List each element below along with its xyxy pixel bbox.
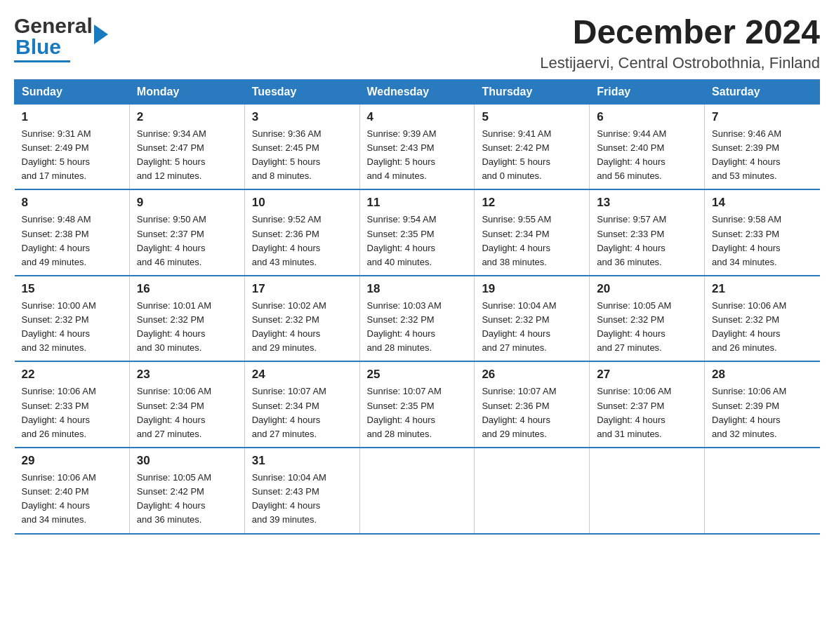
calendar-cell: 6Sunrise: 9:44 AMSunset: 2:40 PMDaylight… [590,104,705,189]
calendar-week-3: 15Sunrise: 10:00 AMSunset: 2:32 PMDaylig… [15,276,820,362]
calendar-cell: 16Sunrise: 10:01 AMSunset: 2:32 PMDaylig… [129,276,244,362]
calendar-cell [475,448,590,534]
day-number: 14 [712,196,812,210]
calendar-cell: 27Sunrise: 10:06 AMSunset: 2:37 PMDaylig… [590,361,705,448]
day-info: Sunrise: 10:06 AMSunset: 2:32 PMDaylight… [712,299,812,356]
day-info: Sunrise: 10:06 AMSunset: 2:39 PMDaylight… [712,384,812,441]
day-info: Sunrise: 9:48 AMSunset: 2:38 PMDaylight:… [22,213,122,269]
day-info: Sunrise: 10:05 AMSunset: 2:32 PMDaylight… [597,299,697,356]
day-info: Sunrise: 9:57 AMSunset: 2:33 PMDaylight:… [597,213,697,269]
calendar-week-4: 22Sunrise: 10:06 AMSunset: 2:33 PMDaylig… [15,361,820,448]
calendar-cell: 17Sunrise: 10:02 AMSunset: 2:32 PMDaylig… [244,276,359,362]
calendar-cell [705,448,820,534]
calendar-cell: 23Sunrise: 10:06 AMSunset: 2:34 PMDaylig… [129,361,244,448]
day-info: Sunrise: 10:02 AMSunset: 2:32 PMDaylight… [252,299,352,356]
page-subtitle: Lestijaervi, Central Ostrobothnia, Finla… [540,54,820,72]
day-number: 13 [597,196,697,210]
day-info: Sunrise: 10:07 AMSunset: 2:35 PMDaylight… [367,384,468,441]
day-info: Sunrise: 9:55 AMSunset: 2:34 PMDaylight:… [482,213,582,269]
calendar-table: Sunday Monday Tuesday Wednesday Thursday… [14,79,820,535]
day-info: Sunrise: 10:06 AMSunset: 2:34 PMDaylight… [137,384,237,441]
calendar-cell [590,448,705,534]
day-number: 21 [712,282,812,296]
day-number: 10 [252,196,352,210]
header-monday: Monday [129,79,244,104]
calendar-cell: 9Sunrise: 9:50 AMSunset: 2:37 PMDaylight… [129,189,244,276]
calendar-cell: 2Sunrise: 9:34 AMSunset: 2:47 PMDaylight… [129,104,244,189]
day-info: Sunrise: 10:05 AMSunset: 2:42 PMDaylight… [137,471,237,528]
day-number: 28 [712,368,812,382]
day-number: 20 [597,282,697,296]
logo-arrow-icon [94,25,108,44]
day-number: 18 [367,282,468,296]
day-number: 30 [137,454,237,468]
title-section: December 2024 Lestijaervi, Central Ostro… [540,14,820,72]
day-number: 24 [252,368,352,382]
calendar-cell: 26Sunrise: 10:07 AMSunset: 2:36 PMDaylig… [475,361,590,448]
day-number: 17 [252,282,352,296]
day-number: 9 [137,196,237,210]
day-number: 27 [597,368,697,382]
day-info: Sunrise: 9:34 AMSunset: 2:47 PMDaylight:… [137,127,237,184]
calendar-cell [359,448,475,534]
header-thursday: Thursday [475,79,590,104]
page-header: General Blue December 2024 Lestijaervi, … [14,14,820,72]
day-info: Sunrise: 9:44 AMSunset: 2:40 PMDaylight:… [597,127,697,184]
day-number: 19 [482,282,582,296]
calendar-cell: 13Sunrise: 9:57 AMSunset: 2:33 PMDayligh… [590,189,705,276]
day-info: Sunrise: 10:06 AMSunset: 2:33 PMDaylight… [22,384,122,441]
day-number: 5 [482,110,582,124]
day-number: 16 [137,282,237,296]
calendar-cell: 22Sunrise: 10:06 AMSunset: 2:33 PMDaylig… [15,361,130,448]
calendar-cell: 11Sunrise: 9:54 AMSunset: 2:35 PMDayligh… [359,189,475,276]
day-info: Sunrise: 9:52 AMSunset: 2:36 PMDaylight:… [252,213,352,269]
day-number: 11 [367,196,468,210]
logo: General Blue [14,14,95,62]
calendar-cell: 7Sunrise: 9:46 AMSunset: 2:39 PMDaylight… [705,104,820,189]
day-info: Sunrise: 9:50 AMSunset: 2:37 PMDaylight:… [137,213,237,269]
calendar-cell: 5Sunrise: 9:41 AMSunset: 2:42 PMDaylight… [475,104,590,189]
calendar-cell: 20Sunrise: 10:05 AMSunset: 2:32 PMDaylig… [590,276,705,362]
calendar-cell: 4Sunrise: 9:39 AMSunset: 2:43 PMDaylight… [359,104,475,189]
calendar-cell: 31Sunrise: 10:04 AMSunset: 2:43 PMDaylig… [244,448,359,534]
day-number: 15 [22,282,122,296]
day-info: Sunrise: 10:06 AMSunset: 2:40 PMDaylight… [22,471,122,528]
day-number: 7 [712,110,812,124]
calendar-cell: 24Sunrise: 10:07 AMSunset: 2:34 PMDaylig… [244,361,359,448]
day-info: Sunrise: 9:39 AMSunset: 2:43 PMDaylight:… [367,127,468,184]
calendar-cell: 8Sunrise: 9:48 AMSunset: 2:38 PMDaylight… [15,189,130,276]
day-number: 8 [22,196,122,210]
calendar-cell: 25Sunrise: 10:07 AMSunset: 2:35 PMDaylig… [359,361,475,448]
day-info: Sunrise: 9:46 AMSunset: 2:39 PMDaylight:… [712,127,812,184]
header-sunday: Sunday [15,79,130,104]
calendar-cell: 3Sunrise: 9:36 AMSunset: 2:45 PMDaylight… [244,104,359,189]
logo-text-blue: Blue [15,35,61,58]
day-number: 25 [367,368,468,382]
logo-brand: General [14,14,95,38]
day-info: Sunrise: 10:00 AMSunset: 2:32 PMDaylight… [22,299,122,356]
day-number: 3 [252,110,352,124]
day-info: Sunrise: 10:06 AMSunset: 2:37 PMDaylight… [597,384,697,441]
calendar-week-2: 8Sunrise: 9:48 AMSunset: 2:38 PMDaylight… [15,189,820,276]
day-info: Sunrise: 9:58 AMSunset: 2:33 PMDaylight:… [712,213,812,269]
calendar-cell: 10Sunrise: 9:52 AMSunset: 2:36 PMDayligh… [244,189,359,276]
header-saturday: Saturday [705,79,820,104]
day-number: 12 [482,196,582,210]
day-info: Sunrise: 10:01 AMSunset: 2:32 PMDaylight… [137,299,237,356]
day-info: Sunrise: 10:03 AMSunset: 2:32 PMDaylight… [367,299,468,356]
calendar-cell: 30Sunrise: 10:05 AMSunset: 2:42 PMDaylig… [129,448,244,534]
day-info: Sunrise: 10:07 AMSunset: 2:36 PMDaylight… [482,384,582,441]
weekday-header-row: Sunday Monday Tuesday Wednesday Thursday… [15,79,820,104]
day-number: 2 [137,110,237,124]
day-info: Sunrise: 9:54 AMSunset: 2:35 PMDaylight:… [367,213,468,269]
day-info: Sunrise: 9:31 AMSunset: 2:49 PMDaylight:… [22,127,122,184]
header-tuesday: Tuesday [244,79,359,104]
calendar-cell: 29Sunrise: 10:06 AMSunset: 2:40 PMDaylig… [15,448,130,534]
day-number: 22 [22,368,122,382]
calendar-cell: 19Sunrise: 10:04 AMSunset: 2:32 PMDaylig… [475,276,590,362]
calendar-cell: 15Sunrise: 10:00 AMSunset: 2:32 PMDaylig… [15,276,130,362]
page-title: December 2024 [540,14,820,51]
day-number: 31 [252,454,352,468]
calendar-cell: 21Sunrise: 10:06 AMSunset: 2:32 PMDaylig… [705,276,820,362]
calendar-cell: 28Sunrise: 10:06 AMSunset: 2:39 PMDaylig… [705,361,820,448]
